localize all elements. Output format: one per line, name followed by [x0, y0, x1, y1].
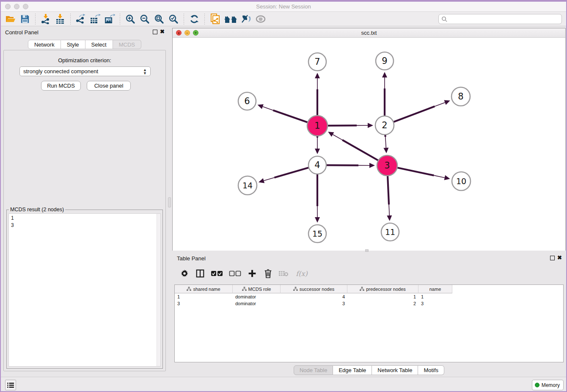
export-table-button[interactable] [89, 13, 102, 25]
graph-node-label: 9 [382, 56, 387, 66]
tab-node-table[interactable]: Node Table [294, 365, 333, 375]
float-table-panel-icon[interactable] [550, 256, 555, 260]
graph-node-1[interactable]: 1 [307, 116, 328, 136]
run-mcds-button[interactable]: Run MCDS [41, 81, 81, 91]
tab-motifs[interactable]: Motifs [418, 365, 444, 375]
network-window-title: scc.txt [173, 28, 565, 37]
column-header-successor-nodes[interactable]: successor nodes [281, 285, 347, 293]
close-panel-icon[interactable]: ✖ [160, 29, 165, 35]
import-network-button[interactable] [39, 13, 52, 25]
table-cell-predecessor-nodes[interactable]: 2 [347, 300, 418, 307]
delete-table-icon [278, 270, 289, 277]
open-session-button[interactable] [4, 13, 17, 25]
tab-network-table[interactable]: Network Table [372, 365, 418, 375]
save-session-button[interactable] [19, 13, 31, 25]
search-input[interactable] [448, 15, 561, 23]
toolbar-search[interactable] [438, 14, 562, 24]
mcds-result-textarea[interactable]: 1 3 [8, 213, 161, 367]
memory-button[interactable]: Memory [532, 380, 564, 390]
clone-network-button[interactable] [209, 13, 221, 25]
tab-select[interactable]: Select [85, 40, 113, 49]
table-cell-mcds-role[interactable]: dominator [233, 300, 281, 307]
horizontal-splitter-grip[interactable] [365, 249, 369, 252]
column-header-mcds-role[interactable]: MCDS role [233, 285, 281, 293]
table-cell-shared-name[interactable]: 3 [175, 300, 233, 307]
zoom-selected-button[interactable] [167, 13, 180, 25]
arrowhead-icon [315, 149, 320, 154]
table-cell-successor-nodes[interactable]: 3 [281, 300, 347, 307]
tab-mcds[interactable]: MCDS [113, 40, 141, 49]
network-minimize-icon[interactable]: − [184, 30, 190, 36]
refresh-button[interactable] [188, 13, 201, 25]
import-table-button[interactable] [54, 13, 66, 25]
graph-node-4[interactable]: 4 [308, 156, 326, 174]
graph-node-label: 4 [314, 160, 320, 170]
home-button[interactable] [223, 13, 238, 25]
arrowhead-icon [444, 100, 450, 105]
graph-node-14[interactable]: 14 [238, 176, 257, 195]
result-scrollbar[interactable] [157, 214, 160, 366]
graph-node-11[interactable]: 11 [381, 223, 399, 241]
table-panel-header: Table Panel ✖ [172, 252, 566, 264]
network-maximize-icon[interactable]: + [193, 30, 198, 36]
table-cell-name[interactable]: 3 [418, 300, 452, 307]
graphics-details-button[interactable] [240, 13, 253, 25]
tab-style[interactable]: Style [61, 40, 85, 49]
network-canvas[interactable]: 7968124314101511 [173, 38, 565, 251]
minimize-window-icon[interactable] [14, 4, 19, 9]
table-settings-button[interactable] [179, 268, 190, 279]
graph-node-label: 6 [244, 96, 250, 106]
table-row[interactable]: 1dominator411 [175, 293, 563, 300]
graph-node-15[interactable]: 15 [308, 225, 326, 243]
column-header-name[interactable]: name [418, 285, 452, 293]
vertical-splitter-grip[interactable] [168, 197, 171, 207]
clone-network-icon [210, 14, 220, 25]
table-cell-successor-nodes[interactable]: 4 [281, 293, 347, 300]
table-row[interactable]: 3dominator323 [175, 300, 563, 307]
maximize-window-icon[interactable] [23, 4, 28, 9]
select-all-button[interactable] [210, 268, 224, 279]
toolbar-separator [70, 14, 71, 25]
float-panel-icon[interactable] [153, 30, 157, 34]
graph-edge-2-8[interactable] [385, 100, 450, 125]
graph-node-9[interactable]: 9 [376, 52, 394, 70]
zoom-out-button[interactable] [138, 13, 151, 25]
tab-edge-table[interactable]: Edge Table [333, 365, 372, 375]
close-panel-button[interactable]: Close panel [87, 81, 131, 91]
zoom-in-icon [125, 14, 135, 24]
graph-node-label: 15 [312, 229, 322, 238]
delete-column-button[interactable] [262, 268, 274, 279]
show-panels-button[interactable] [5, 380, 16, 390]
open-folder-icon [6, 14, 16, 24]
table-cell-name[interactable]: 1 [418, 293, 452, 300]
tab-network[interactable]: Network [28, 40, 61, 49]
table-cell-mcds-role[interactable]: dominator [233, 293, 281, 300]
graph-node-2[interactable]: 2 [375, 116, 394, 135]
add-column-button[interactable] [246, 268, 258, 279]
graph-node-8[interactable]: 8 [451, 87, 470, 106]
show-column-panel-button[interactable] [194, 268, 206, 279]
column-header-predecessor-nodes[interactable]: predecessor nodes [347, 285, 418, 293]
deselect-all-button[interactable] [228, 268, 242, 279]
graph-node-10[interactable]: 10 [452, 172, 471, 190]
graph-node-3[interactable]: 3 [377, 155, 397, 176]
control-panel-title: Control Panel [5, 29, 39, 36]
mcds-panel: Optimization criterion: strongly connect… [3, 50, 166, 371]
criterion-select[interactable]: strongly connected component ▲▼ [19, 66, 151, 76]
graph-node-6[interactable]: 6 [238, 92, 256, 110]
arrowhead-icon [387, 215, 392, 221]
close-window-icon[interactable] [5, 4, 11, 9]
table-cell-predecessor-nodes[interactable]: 1 [347, 293, 418, 300]
graph-node-7[interactable]: 7 [308, 53, 326, 71]
zoom-in-button[interactable] [124, 13, 137, 25]
network-close-icon[interactable]: x [176, 30, 182, 36]
close-table-panel-icon[interactable]: ✖ [557, 255, 562, 261]
export-image-button[interactable] [103, 13, 116, 25]
column-header-shared-name[interactable]: shared name [175, 285, 233, 293]
table-cell-shared-name[interactable]: 1 [175, 293, 233, 300]
export-table-icon [90, 14, 101, 24]
export-network-button[interactable] [74, 13, 87, 25]
deselect-all-icon [229, 270, 242, 277]
graph-node-label: 11 [385, 227, 395, 237]
zoom-fit-button[interactable] [153, 13, 165, 25]
